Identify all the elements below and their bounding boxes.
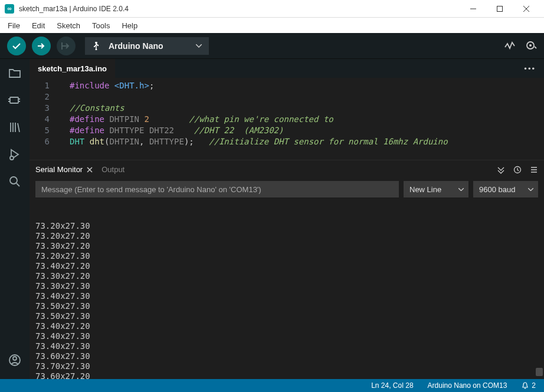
code-token: dht (84, 137, 104, 146)
code-content[interactable]: #include <DHT.h>; //Constants#define DHT… (63, 78, 544, 160)
serial-line: 73.20x27.30 (35, 251, 538, 261)
code-token: DHTTYPE (149, 137, 184, 146)
main-area: sketch_mar13a.ino ••• 1 2 3 4 5 6 #inclu… (0, 59, 544, 379)
scrollbar-thumb[interactable] (536, 368, 543, 376)
statusbar: Ln 24, Col 28 Arduino Nano on COM13 2 (0, 379, 544, 392)
code-token: ; (189, 137, 194, 146)
code-token: #include (70, 81, 109, 90)
svg-rect-3 (94, 46, 95, 47)
serial-line: 73.70x27.30 (35, 361, 538, 371)
code-token: DHTPIN (109, 137, 139, 146)
usb-icon (92, 42, 100, 50)
editor-column: sketch_mar13a.ino ••• 1 2 3 4 5 6 #inclu… (30, 59, 544, 379)
collapse-icon[interactable] (497, 166, 505, 174)
select-value: New Line (409, 185, 441, 194)
verify-button[interactable] (7, 37, 26, 55)
baud-rate-select[interactable]: 9600 baud (473, 181, 538, 197)
code-token: DHT (70, 137, 84, 146)
svg-point-4 (96, 48, 97, 50)
window-title: sketch_mar13a | Arduino IDE 2.0.4 (19, 5, 460, 13)
serial-line: 73.30x27.20 (35, 241, 538, 251)
boards-manager-icon[interactable] (6, 92, 23, 108)
code-token: DHT22 (144, 126, 174, 135)
upload-button[interactable] (32, 37, 51, 55)
serial-line: 73.20x27.30 (35, 221, 538, 231)
tab-more-icon[interactable]: ••• (524, 64, 536, 73)
activity-bar (0, 59, 30, 379)
code-pad (174, 126, 194, 135)
line-ending-select[interactable]: New Line (404, 181, 468, 197)
code-token: DHTPIN (104, 114, 139, 124)
line-gutter: 1 2 3 4 5 6 (30, 78, 63, 160)
editor-tab[interactable]: sketch_mar13a.ino (30, 59, 115, 78)
debug-button[interactable] (57, 37, 76, 55)
serial-line: 73.60x27.20 (35, 371, 538, 379)
serial-line: 73.30x27.20 (35, 271, 538, 281)
code-token: ; (149, 81, 154, 90)
line-num: 4 (30, 114, 50, 125)
code-token: , (139, 137, 149, 146)
serial-line: 73.20x27.20 (35, 231, 538, 241)
svg-point-2 (97, 44, 99, 45)
code-editor[interactable]: 1 2 3 4 5 6 #include <DHT.h>; //Constant… (30, 78, 544, 160)
code-pad (194, 137, 209, 146)
window-controls (460, 0, 539, 18)
library-manager-icon[interactable] (6, 119, 23, 136)
clock-icon[interactable] (513, 166, 522, 174)
serial-line: 73.40x27.20 (35, 321, 538, 331)
serial-monitor-icon[interactable] (525, 40, 537, 52)
chevron-down-icon (196, 44, 202, 48)
board-port[interactable]: Arduino Nano on COM13 (428, 381, 507, 390)
serial-controls: Message (Enter to send message to 'Ardui… (30, 179, 544, 200)
code-token: #define (70, 114, 104, 124)
search-icon[interactable] (6, 173, 23, 190)
menu-sketch[interactable]: Sketch (51, 19, 86, 32)
code-token: 2 (139, 114, 149, 124)
menu-tools[interactable]: Tools (87, 19, 115, 32)
clear-icon[interactable] (530, 166, 538, 174)
code-token: //what pin we're connected to (189, 114, 333, 124)
tab-output[interactable]: Output (101, 165, 124, 174)
menu-help[interactable]: Help (116, 19, 143, 32)
line-num: 3 (30, 103, 50, 114)
code-token: //Constants (70, 103, 124, 113)
cursor-position: Ln 24, Col 28 (371, 381, 413, 390)
serial-line: 73.60x27.30 (35, 351, 538, 361)
serial-line: 73.50x27.30 (35, 301, 538, 311)
code-token: #define (70, 126, 104, 135)
serial-line: 73.40x27.30 (35, 331, 538, 341)
board-name: Arduino Nano (109, 41, 163, 51)
serial-line: 73.50x27.30 (35, 311, 538, 321)
maximize-button[interactable] (486, 0, 513, 18)
serial-output[interactable]: 73.20x27.3073.20x27.2073.30x27.2073.20x2… (30, 200, 544, 379)
minimize-button[interactable] (460, 0, 486, 18)
select-value: 9600 baud (479, 185, 515, 194)
serial-plotter-icon[interactable] (504, 40, 516, 52)
debug-icon[interactable] (6, 146, 23, 163)
menu-edit[interactable]: Edit (27, 19, 50, 32)
chevron-down-icon (458, 188, 464, 191)
svg-point-11 (13, 357, 17, 360)
folder-icon[interactable] (6, 65, 23, 81)
serial-line: 73.30x27.30 (35, 281, 538, 291)
titlebar: sketch_mar13a | Arduino IDE 2.0.4 (0, 0, 544, 18)
toolbar-right (504, 40, 537, 52)
panel-tabs: Serial Monitor Output (30, 160, 544, 179)
notifications[interactable]: 2 (521, 381, 536, 390)
close-icon[interactable] (86, 166, 93, 173)
line-num: 1 (30, 80, 50, 91)
serial-line: 73.40x27.30 (35, 291, 538, 301)
account-icon[interactable] (6, 352, 23, 368)
svg-point-6 (529, 44, 532, 47)
svg-rect-1 (61, 42, 63, 50)
serial-message-input[interactable]: Message (Enter to send message to 'Ardui… (35, 181, 399, 197)
close-button[interactable] (513, 0, 539, 18)
svg-rect-0 (497, 6, 502, 11)
code-token: DHTTYPE (104, 126, 144, 135)
menu-file[interactable]: File (2, 19, 25, 32)
tab-serial-monitor[interactable]: Serial Monitor (35, 165, 93, 174)
code-token: <DHT.h> (109, 81, 149, 90)
tab-label: Serial Monitor (35, 165, 83, 174)
serial-line: 73.40x27.20 (35, 261, 538, 271)
board-selector[interactable]: Arduino Nano (85, 37, 209, 55)
